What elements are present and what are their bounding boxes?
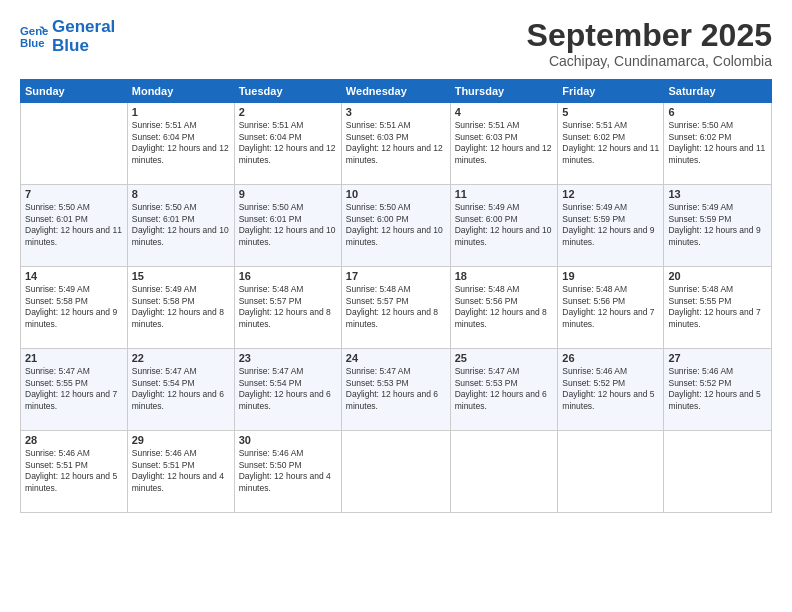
day-info: Sunrise: 5:51 AMSunset: 6:03 PMDaylight:… — [455, 120, 554, 166]
calendar-cell: 23Sunrise: 5:47 AMSunset: 5:54 PMDayligh… — [234, 349, 341, 431]
calendar-week-row: 14Sunrise: 5:49 AMSunset: 5:58 PMDayligh… — [21, 267, 772, 349]
day-number: 21 — [25, 352, 123, 364]
day-number: 20 — [668, 270, 767, 282]
calendar-cell: 20Sunrise: 5:48 AMSunset: 5:55 PMDayligh… — [664, 267, 772, 349]
calendar-cell: 17Sunrise: 5:48 AMSunset: 5:57 PMDayligh… — [341, 267, 450, 349]
day-number: 23 — [239, 352, 337, 364]
weekday-header: Sunday — [21, 80, 128, 103]
day-number: 15 — [132, 270, 230, 282]
logo-line1: General — [52, 18, 115, 37]
weekday-header: Saturday — [664, 80, 772, 103]
weekday-header: Monday — [127, 80, 234, 103]
day-info: Sunrise: 5:48 AMSunset: 5:56 PMDaylight:… — [455, 284, 554, 330]
day-number: 26 — [562, 352, 659, 364]
day-number: 22 — [132, 352, 230, 364]
calendar-cell: 19Sunrise: 5:48 AMSunset: 5:56 PMDayligh… — [558, 267, 664, 349]
day-info: Sunrise: 5:49 AMSunset: 5:59 PMDaylight:… — [562, 202, 659, 248]
calendar-cell: 9Sunrise: 5:50 AMSunset: 6:01 PMDaylight… — [234, 185, 341, 267]
day-info: Sunrise: 5:47 AMSunset: 5:55 PMDaylight:… — [25, 366, 123, 412]
weekday-header: Wednesday — [341, 80, 450, 103]
calendar-cell: 22Sunrise: 5:47 AMSunset: 5:54 PMDayligh… — [127, 349, 234, 431]
weekday-header: Friday — [558, 80, 664, 103]
logo-icon: General Blue — [20, 23, 48, 51]
day-number: 30 — [239, 434, 337, 446]
day-info: Sunrise: 5:46 AMSunset: 5:51 PMDaylight:… — [132, 448, 230, 494]
day-info: Sunrise: 5:49 AMSunset: 5:58 PMDaylight:… — [132, 284, 230, 330]
day-info: Sunrise: 5:48 AMSunset: 5:56 PMDaylight:… — [562, 284, 659, 330]
day-info: Sunrise: 5:51 AMSunset: 6:02 PMDaylight:… — [562, 120, 659, 166]
day-info: Sunrise: 5:51 AMSunset: 6:03 PMDaylight:… — [346, 120, 446, 166]
logo: General Blue General Blue — [20, 18, 115, 55]
calendar-cell: 25Sunrise: 5:47 AMSunset: 5:53 PMDayligh… — [450, 349, 558, 431]
day-number: 12 — [562, 188, 659, 200]
calendar-cell: 27Sunrise: 5:46 AMSunset: 5:52 PMDayligh… — [664, 349, 772, 431]
day-info: Sunrise: 5:47 AMSunset: 5:53 PMDaylight:… — [455, 366, 554, 412]
page: General Blue General Blue September 2025… — [0, 0, 792, 612]
calendar-week-row: 28Sunrise: 5:46 AMSunset: 5:51 PMDayligh… — [21, 431, 772, 513]
calendar-cell: 15Sunrise: 5:49 AMSunset: 5:58 PMDayligh… — [127, 267, 234, 349]
calendar-cell: 6Sunrise: 5:50 AMSunset: 6:02 PMDaylight… — [664, 103, 772, 185]
calendar-week-row: 7Sunrise: 5:50 AMSunset: 6:01 PMDaylight… — [21, 185, 772, 267]
weekday-header: Tuesday — [234, 80, 341, 103]
day-info: Sunrise: 5:50 AMSunset: 6:01 PMDaylight:… — [132, 202, 230, 248]
calendar-cell: 4Sunrise: 5:51 AMSunset: 6:03 PMDaylight… — [450, 103, 558, 185]
svg-text:General: General — [20, 25, 48, 37]
day-info: Sunrise: 5:50 AMSunset: 6:01 PMDaylight:… — [239, 202, 337, 248]
calendar-week-row: 21Sunrise: 5:47 AMSunset: 5:55 PMDayligh… — [21, 349, 772, 431]
day-info: Sunrise: 5:46 AMSunset: 5:51 PMDaylight:… — [25, 448, 123, 494]
calendar-cell: 2Sunrise: 5:51 AMSunset: 6:04 PMDaylight… — [234, 103, 341, 185]
day-info: Sunrise: 5:47 AMSunset: 5:53 PMDaylight:… — [346, 366, 446, 412]
day-info: Sunrise: 5:49 AMSunset: 5:58 PMDaylight:… — [25, 284, 123, 330]
title-block: September 2025 Cachipay, Cundinamarca, C… — [527, 18, 772, 69]
calendar-cell: 28Sunrise: 5:46 AMSunset: 5:51 PMDayligh… — [21, 431, 128, 513]
calendar-cell: 7Sunrise: 5:50 AMSunset: 6:01 PMDaylight… — [21, 185, 128, 267]
day-info: Sunrise: 5:50 AMSunset: 6:02 PMDaylight:… — [668, 120, 767, 166]
header-row: SundayMondayTuesdayWednesdayThursdayFrid… — [21, 80, 772, 103]
day-number: 1 — [132, 106, 230, 118]
day-number: 27 — [668, 352, 767, 364]
calendar-cell: 10Sunrise: 5:50 AMSunset: 6:00 PMDayligh… — [341, 185, 450, 267]
day-number: 7 — [25, 188, 123, 200]
day-number: 17 — [346, 270, 446, 282]
month-title: September 2025 — [527, 18, 772, 53]
day-number: 14 — [25, 270, 123, 282]
location-subtitle: Cachipay, Cundinamarca, Colombia — [527, 53, 772, 69]
svg-text:Blue: Blue — [20, 36, 45, 48]
day-number: 5 — [562, 106, 659, 118]
day-number: 6 — [668, 106, 767, 118]
day-info: Sunrise: 5:46 AMSunset: 5:50 PMDaylight:… — [239, 448, 337, 494]
day-info: Sunrise: 5:48 AMSunset: 5:55 PMDaylight:… — [668, 284, 767, 330]
calendar-cell: 26Sunrise: 5:46 AMSunset: 5:52 PMDayligh… — [558, 349, 664, 431]
calendar-cell: 12Sunrise: 5:49 AMSunset: 5:59 PMDayligh… — [558, 185, 664, 267]
day-number: 10 — [346, 188, 446, 200]
day-info: Sunrise: 5:48 AMSunset: 5:57 PMDaylight:… — [346, 284, 446, 330]
day-info: Sunrise: 5:50 AMSunset: 6:01 PMDaylight:… — [25, 202, 123, 248]
calendar-cell: 11Sunrise: 5:49 AMSunset: 6:00 PMDayligh… — [450, 185, 558, 267]
day-number: 24 — [346, 352, 446, 364]
day-number: 2 — [239, 106, 337, 118]
day-info: Sunrise: 5:46 AMSunset: 5:52 PMDaylight:… — [668, 366, 767, 412]
calendar-cell: 21Sunrise: 5:47 AMSunset: 5:55 PMDayligh… — [21, 349, 128, 431]
day-info: Sunrise: 5:47 AMSunset: 5:54 PMDaylight:… — [239, 366, 337, 412]
calendar-table: SundayMondayTuesdayWednesdayThursdayFrid… — [20, 79, 772, 513]
day-info: Sunrise: 5:48 AMSunset: 5:57 PMDaylight:… — [239, 284, 337, 330]
weekday-header: Thursday — [450, 80, 558, 103]
day-info: Sunrise: 5:51 AMSunset: 6:04 PMDaylight:… — [239, 120, 337, 166]
day-number: 9 — [239, 188, 337, 200]
day-info: Sunrise: 5:51 AMSunset: 6:04 PMDaylight:… — [132, 120, 230, 166]
calendar-cell: 24Sunrise: 5:47 AMSunset: 5:53 PMDayligh… — [341, 349, 450, 431]
calendar-cell — [450, 431, 558, 513]
calendar-cell — [21, 103, 128, 185]
day-info: Sunrise: 5:49 AMSunset: 6:00 PMDaylight:… — [455, 202, 554, 248]
calendar-cell: 14Sunrise: 5:49 AMSunset: 5:58 PMDayligh… — [21, 267, 128, 349]
calendar-cell — [558, 431, 664, 513]
day-info: Sunrise: 5:47 AMSunset: 5:54 PMDaylight:… — [132, 366, 230, 412]
day-number: 28 — [25, 434, 123, 446]
day-number: 29 — [132, 434, 230, 446]
calendar-cell: 16Sunrise: 5:48 AMSunset: 5:57 PMDayligh… — [234, 267, 341, 349]
calendar-cell: 8Sunrise: 5:50 AMSunset: 6:01 PMDaylight… — [127, 185, 234, 267]
day-number: 13 — [668, 188, 767, 200]
calendar-cell: 3Sunrise: 5:51 AMSunset: 6:03 PMDaylight… — [341, 103, 450, 185]
day-number: 11 — [455, 188, 554, 200]
day-number: 19 — [562, 270, 659, 282]
